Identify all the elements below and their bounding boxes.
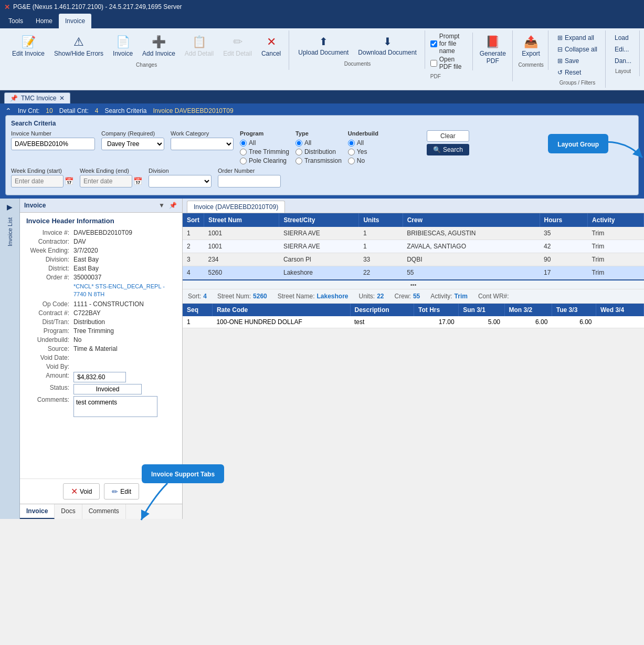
sidebar-menu-button[interactable]: ▼ — [157, 201, 166, 210]
amount-input[interactable] — [73, 372, 126, 382]
doc-tab-bar: 📌 TMC Invoice ✕ — [0, 90, 644, 103]
generate-pdf-button[interactable]: 📕 Generate PDF — [477, 33, 508, 67]
underbuild-all-radio[interactable] — [348, 140, 355, 147]
export-button[interactable]: 📤 Export — [518, 33, 544, 60]
expand-all-button[interactable]: ⊞ Expand all — [554, 33, 601, 43]
invoice-button[interactable]: 📄 Invoice — [109, 33, 136, 60]
detail-header: Sort: 4 Street Num: 5260 Street Name: La… — [183, 289, 644, 304]
detail-more-btn[interactable]: ••• — [183, 280, 644, 289]
invoice-number-input[interactable] — [11, 138, 95, 150]
type-transmission-radio[interactable] — [295, 158, 302, 164]
cell-street-city: Carson Pl — [279, 253, 359, 266]
edi-button[interactable]: Edi... — [611, 44, 635, 55]
table-row[interactable]: 2 1001 SIERRA AVE 1 ZAVALA, SANTIAGO 42 … — [183, 240, 644, 253]
week-ending-end-input[interactable] — [80, 175, 132, 188]
table-row[interactable]: 1 1001 SIERRA AVE 1 BRIBIESCAS, AGUSTIN … — [183, 227, 644, 240]
table-row[interactable]: 4 5260 Lakeshore 22 55 17 Trim — [183, 266, 644, 279]
void-button[interactable]: ✕ Void — [63, 483, 100, 500]
clear-button[interactable]: Clear — [427, 130, 469, 142]
comments-field[interactable]: test comments — [73, 396, 157, 417]
menu-tools[interactable]: Tools — [2, 14, 29, 28]
calendar-end-icon[interactable]: 📅 — [133, 177, 142, 185]
program-label-info: Program: — [26, 327, 73, 335]
panel-expand-arrow[interactable]: ▶ — [5, 201, 15, 213]
week-ending-start-label: Week Ending (start) — [11, 168, 73, 174]
col-hours: Hours — [540, 213, 588, 227]
menu-home[interactable]: Home — [29, 14, 59, 28]
table-row[interactable]: 3 234 Carson Pl 33 DQBI 90 Trim — [183, 253, 644, 266]
load-button[interactable]: Load — [611, 33, 635, 43]
layout-group-callout: Layout Group — [548, 134, 608, 153]
search-button[interactable]: 🔍 Search — [427, 144, 469, 155]
export-icon: 📤 — [524, 35, 538, 49]
program-tree-trimming-radio[interactable] — [240, 149, 247, 155]
status-input[interactable] — [73, 384, 142, 394]
underbuild-label: Underbuild — [348, 130, 378, 137]
program-all-radio[interactable] — [240, 140, 247, 147]
op-code-row: Op Code: 1111 - CONSTRUCTION — [26, 300, 176, 308]
reset-button[interactable]: ↺ Reset — [554, 67, 601, 78]
sidebar-pin-button[interactable]: 📌 — [168, 201, 178, 210]
work-category-select[interactable] — [171, 138, 234, 150]
generate-pdf-icon: 📕 — [485, 35, 500, 49]
panel-label: Invoice List — [7, 217, 13, 246]
cell-units: 33 — [359, 253, 403, 266]
prompt-file-name-checkbox[interactable] — [430, 40, 437, 47]
collapse-all-button[interactable]: ⊟ Collapse all — [554, 44, 601, 55]
download-document-button[interactable]: ⬇ Download Document — [354, 33, 420, 59]
cell-hours: 90 — [540, 253, 588, 266]
show-hide-errors-button[interactable]: ⚠ Show/Hide Errors — [50, 33, 107, 60]
open-pdf-file-checkbox[interactable] — [430, 60, 437, 67]
company-select[interactable]: Davey Tree — [101, 138, 164, 150]
invoice-detail-tab[interactable]: Invoice (DAVEBEBD2010T09) — [187, 201, 285, 213]
cell-units: 1 — [359, 240, 403, 253]
week-ending-start-input[interactable] — [11, 175, 64, 188]
underbuild-no-radio[interactable] — [348, 158, 355, 164]
col-sort: Sort — [183, 213, 204, 227]
program-pole-clearing-radio[interactable] — [240, 158, 247, 164]
cell-activity: Trim — [588, 266, 644, 279]
menu-invoice[interactable]: Invoice — [59, 14, 91, 28]
main-content: ▶ Invoice List Invoice ▼ 📌 Invoice Heade… — [0, 199, 644, 519]
underbuild-yes-radio[interactable] — [348, 149, 355, 155]
app-icon: ✕ — [4, 3, 10, 11]
type-distribution-radio[interactable] — [295, 149, 302, 155]
cancel-button[interactable]: ✕ Cancel — [258, 33, 284, 60]
week-ending-value: 3/7/2020 — [73, 247, 98, 254]
dcell-wed — [596, 316, 643, 328]
tab-close-icon[interactable]: ✕ — [59, 95, 65, 102]
tab-invoice[interactable]: Invoice — [20, 504, 55, 519]
void-by-label: Void By: — [26, 363, 73, 370]
add-invoice-button[interactable]: ➕ Add Invoice — [139, 33, 179, 60]
edit-detail-button[interactable]: ✏ Edit Detail — [219, 33, 256, 60]
cell-hours: 42 — [540, 240, 588, 253]
type-all-radio[interactable] — [295, 140, 302, 147]
division-select[interactable] — [149, 175, 212, 188]
void-date-label: Void Date: — [26, 354, 73, 361]
division-field: Division — [149, 168, 212, 188]
dcol-tue: Tue 3/3 — [552, 304, 596, 316]
inv-cnt-bar: ⌃ Inv Cnt: 10 Detail Cnt: 4 Search Crite… — [5, 107, 639, 115]
upload-document-button[interactable]: ⬆ Upload Document — [294, 33, 352, 59]
edit-button[interactable]: ✏ Edit — [104, 483, 139, 500]
cell-hours: 17 — [540, 266, 588, 279]
search-criteria-title: Search Criteria — [11, 120, 633, 127]
add-detail-button[interactable]: 📋 Add Detail — [181, 33, 217, 60]
tmc-invoice-tab[interactable]: 📌 TMC Invoice ✕ — [4, 92, 70, 103]
calendar-start-icon[interactable]: 📅 — [65, 177, 73, 185]
tab-docs[interactable]: Docs — [55, 504, 82, 519]
cell-street-city: SIERRA AVE — [279, 240, 359, 253]
edit-invoice-button[interactable]: 📝 Edit Invoice — [8, 33, 48, 60]
op-code-value: 1111 - CONSTRUCTION — [73, 300, 144, 308]
week-ending-end-field: Week Ending (end) 📅 — [80, 168, 142, 188]
dan-button[interactable]: Dan... — [611, 56, 635, 66]
search-icon: 🔍 — [433, 146, 441, 153]
collapse-search-button[interactable]: ⌃ — [5, 107, 12, 115]
contract-value: C722BAY — [73, 309, 101, 317]
order-number-input[interactable] — [218, 175, 281, 188]
program-label: Program — [240, 130, 289, 137]
save-button[interactable]: ⊞ Save — [554, 56, 601, 66]
detail-table-row[interactable]: 1 100-ONE HUNDRED DOLLAF test 17.00 5.00… — [183, 316, 644, 328]
tab-comments[interactable]: Comments — [82, 504, 126, 519]
order-label: Order #: — [26, 274, 73, 281]
